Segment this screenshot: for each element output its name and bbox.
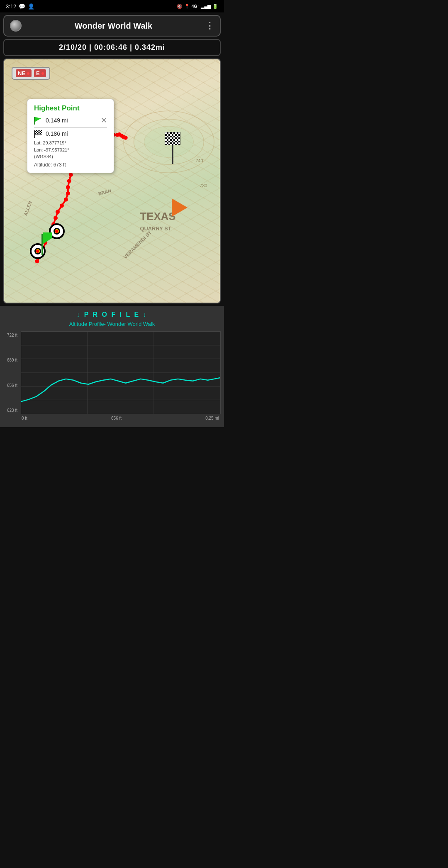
profile-subtitle: Altitude Profile- Wonder World Walk [3, 321, 221, 327]
topo-730: 730 [200, 183, 207, 188]
start-circle-inner [34, 248, 41, 254]
svg-point-7 [54, 216, 58, 220]
finish-pole [172, 145, 173, 164]
menu-icon[interactable]: ⋮ [205, 20, 214, 31]
lens-icon[interactable] [10, 20, 22, 32]
svg-point-9 [60, 204, 64, 208]
checker-flag-icon [34, 130, 43, 137]
allen-label: ALLEN [23, 200, 33, 216]
user-icon: 👤 [28, 3, 34, 10]
checker-distance: 0.186 mi [46, 130, 68, 137]
x-labels: 0 ft 656 ft 0.25 mi [20, 414, 221, 421]
target-circle-inner [54, 228, 60, 235]
popup-coords: Lat: 29.877719° Lon: -97.957021° (WGS84) [34, 139, 107, 160]
compass-ne-dot [27, 72, 29, 75]
status-left: 3:12 💬 👤 [6, 3, 34, 10]
start-dot [36, 249, 39, 253]
compass-e-dot [41, 72, 44, 75]
green-flag-triangle [43, 232, 52, 244]
bra-label: BRAN [98, 188, 112, 196]
y-label-623: 623 ft [3, 408, 19, 413]
checker-flag-map [165, 132, 180, 145]
profile-header: ↓ P R O F I L E ↓ [3, 311, 221, 318]
direction-arrow [172, 198, 187, 217]
green-flag-pole [41, 234, 43, 255]
subtitle-text: 2/10/20 | 00:06:46 | 0.342mi [59, 43, 165, 51]
popup-close-button[interactable]: ✕ [101, 116, 107, 125]
x-label-656: 656 ft [111, 416, 122, 421]
svg-point-10 [64, 198, 68, 202]
svg-point-8 [56, 210, 60, 214]
target-dot [55, 230, 58, 233]
x-label-025mi: 0.25 mi [205, 416, 219, 421]
compass-ne: NE [16, 69, 32, 77]
map-container[interactable]: NE E [3, 59, 221, 303]
status-bar: 3:12 💬 👤 🔇 📍 4G↑ ▂▄▆ 🔋 [0, 0, 224, 12]
profile-section: ↓ P R O F I L E ↓ Altitude Profile- Wond… [0, 306, 224, 427]
header-right: ⋮ [205, 20, 214, 31]
network-icon: 4G↑ [192, 4, 199, 9]
subtitle-bar: 2/10/20 | 00:06:46 | 0.342mi [3, 39, 221, 56]
mute-icon: 🔇 [177, 4, 183, 9]
svg-point-14 [69, 173, 73, 177]
x-label-0: 0 ft [22, 416, 27, 421]
quarry-label: QUARRY ST [140, 225, 171, 232]
popup-altitude: Altitude: 673 ft [34, 162, 107, 168]
app-title: Wonder World Walk [22, 21, 205, 31]
y-label-656: 656 ft [3, 383, 19, 388]
message-icon: 💬 [19, 3, 25, 10]
altitude-chart [21, 332, 220, 414]
finish-marker [165, 132, 180, 164]
track-svg: TEXAS QUARRY ST VERAMENDI ST ALLEN BRAN … [4, 59, 220, 303]
popup-card: Highest Point 0.149 mi ✕ 0.186 mi Lat: 2… [27, 99, 114, 173]
status-right: 🔇 📍 4G↑ ▂▄▆ 🔋 [177, 4, 218, 9]
svg-point-13 [67, 179, 71, 183]
battery-icon: 🔋 [212, 4, 218, 9]
compass: NE E [12, 67, 50, 80]
topo-740: 740 [195, 158, 203, 163]
time-display: 3:12 [6, 3, 16, 10]
header-left [10, 20, 22, 32]
popup-checker-row: 0.186 mi [34, 130, 107, 137]
start-circle-outer [30, 243, 46, 259]
y-label-689: 689 ft [3, 358, 19, 362]
green-distance: 0.149 mi [46, 117, 68, 124]
green-flag-icon [34, 117, 43, 124]
y-label-722: 722 ft [3, 333, 19, 337]
popup-green-row: 0.149 mi ✕ [34, 116, 107, 125]
compass-e: E [34, 69, 46, 77]
popup-title: Highest Point [34, 104, 107, 112]
svg-point-12 [66, 185, 70, 189]
svg-point-11 [66, 191, 70, 196]
svg-point-0 [35, 259, 39, 264]
current-position-arrow [172, 198, 187, 217]
signal-icon: ▂▄▆ [201, 4, 211, 9]
start-marker [30, 243, 46, 259]
veramendi-label: VERAMENDI ST [122, 230, 153, 260]
location-icon: 📍 [184, 4, 190, 9]
texas-label: TEXAS [140, 210, 175, 222]
app-header: Wonder World Walk ⋮ [3, 15, 221, 37]
